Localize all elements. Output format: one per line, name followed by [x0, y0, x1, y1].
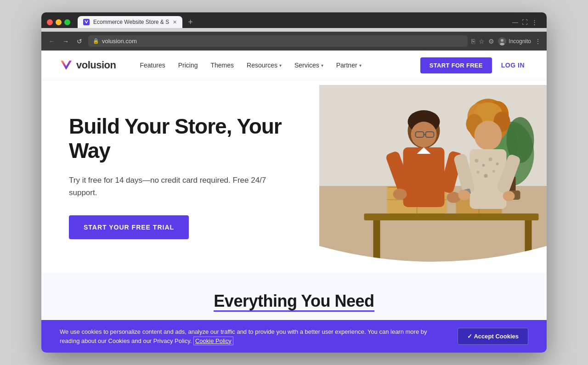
svg-point-50: [484, 174, 488, 178]
nav-resources[interactable]: Resources ▾: [241, 58, 287, 73]
svg-rect-0: [83, 19, 90, 25]
svg-rect-31: [403, 147, 445, 207]
minimize-button[interactable]: [56, 19, 62, 25]
nav-themes[interactable]: Themes: [205, 58, 240, 73]
address-bar[interactable]: 🔒 volusion.com: [88, 35, 468, 47]
browser-controls: ← → ↺ 🔒 volusion.com ⎘ ☆ ⚙ Incognito ⋮: [41, 32, 547, 51]
svg-point-56: [503, 191, 515, 201]
start-free-button[interactable]: START FOR FREE: [420, 57, 492, 73]
svg-point-45: [475, 159, 479, 163]
svg-point-48: [496, 163, 499, 165]
svg-point-49: [477, 171, 480, 174]
website-content: volusion Features Pricing Themes Resourc…: [41, 51, 547, 353]
maximize-button[interactable]: [64, 19, 70, 25]
reload-button[interactable]: ↺: [74, 38, 85, 45]
hero-subtitle: Try it free for 14 days—no credit card r…: [69, 174, 271, 199]
incognito-icon: [498, 37, 506, 45]
hero-illustration: [319, 85, 547, 269]
browser-window: Ecommerce Website Store & S ✕ + — ⛶ ⋮ ← …: [41, 12, 547, 353]
site-header: volusion Features Pricing Themes Resourc…: [41, 51, 547, 80]
svg-point-35: [393, 189, 407, 200]
svg-point-46: [482, 164, 485, 167]
main-nav: Features Pricing Themes Resources ▾ Serv…: [134, 58, 420, 73]
services-chevron: ▾: [321, 63, 323, 68]
hero-content: Build Your Store, Your Way Try it free f…: [41, 87, 319, 267]
more-options-icon[interactable]: ⋮: [535, 38, 541, 45]
svg-point-3: [501, 39, 503, 42]
hero-section: Build Your Store, Your Way Try it free f…: [41, 80, 547, 273]
section-teaser-title: Everything You Need: [69, 292, 519, 311]
window-control-maximize[interactable]: ⛶: [522, 19, 528, 26]
extensions-icon[interactable]: ⚙: [488, 38, 494, 45]
header-actions: START FOR FREE LOG IN: [420, 57, 528, 73]
accept-cookies-button[interactable]: ✓ Accept Cookies: [458, 328, 528, 345]
nav-features[interactable]: Features: [134, 58, 170, 73]
active-tab[interactable]: Ecommerce Website Store & S ✕: [78, 16, 182, 28]
nav-pricing[interactable]: Pricing: [173, 58, 204, 73]
url-display: volusion.com: [102, 38, 137, 45]
svg-rect-15: [364, 213, 539, 220]
lock-icon: 🔒: [93, 38, 99, 44]
section-teaser: Everything You Need: [41, 273, 547, 320]
close-button[interactable]: [47, 19, 53, 25]
window-control-minimize[interactable]: —: [512, 19, 518, 26]
back-button[interactable]: ←: [47, 38, 57, 45]
new-tab-button[interactable]: +: [184, 17, 197, 28]
hero-title: Build Your Store, Your Way: [69, 114, 292, 163]
svg-point-51: [492, 170, 495, 173]
svg-point-55: [458, 190, 470, 200]
svg-point-36: [447, 192, 461, 203]
nav-services[interactable]: Services ▾: [289, 58, 329, 73]
incognito-label: Incognito: [509, 38, 531, 45]
browser-chrome: Ecommerce Website Store & S ✕ + — ⛶ ⋮: [41, 12, 547, 28]
cast-icon[interactable]: ⎘: [471, 38, 475, 45]
partner-chevron: ▾: [359, 63, 362, 68]
logo-text: volusion: [76, 59, 116, 71]
hero-image: [319, 85, 547, 269]
cookie-policy-link[interactable]: Cookie Policy: [193, 337, 233, 345]
svg-point-4: [500, 43, 504, 45]
login-button[interactable]: LOG IN: [498, 58, 528, 73]
resources-chevron: ▾: [279, 63, 282, 68]
tab-title: Ecommerce Website Store & S: [93, 19, 169, 25]
traffic-lights: [47, 19, 70, 25]
logo-link[interactable]: volusion: [60, 59, 116, 72]
tab-close-icon[interactable]: ✕: [173, 19, 177, 25]
incognito-badge: Incognito: [498, 37, 531, 45]
tab-bar: Ecommerce Website Store & S ✕ +: [78, 16, 479, 28]
nav-partner[interactable]: Partner ▾: [331, 58, 367, 73]
cookie-banner: We use cookies to personalize content an…: [41, 320, 547, 353]
svg-point-43: [475, 121, 502, 150]
cookie-text: We use cookies to personalize content an…: [60, 327, 448, 345]
tab-favicon: [83, 19, 90, 25]
window-control-more[interactable]: ⋮: [531, 19, 537, 26]
forward-button[interactable]: →: [61, 38, 71, 45]
free-trial-button[interactable]: START YOUR FREE TRIAL: [69, 215, 189, 239]
titlebar: Ecommerce Website Store & S ✕ + — ⛶ ⋮: [47, 16, 541, 28]
svg-point-47: [489, 157, 492, 161]
browser-actions: ⎘ ☆ ⚙ Incognito ⋮: [471, 37, 541, 45]
logo-icon: [60, 59, 73, 72]
bookmark-icon[interactable]: ☆: [479, 38, 485, 45]
